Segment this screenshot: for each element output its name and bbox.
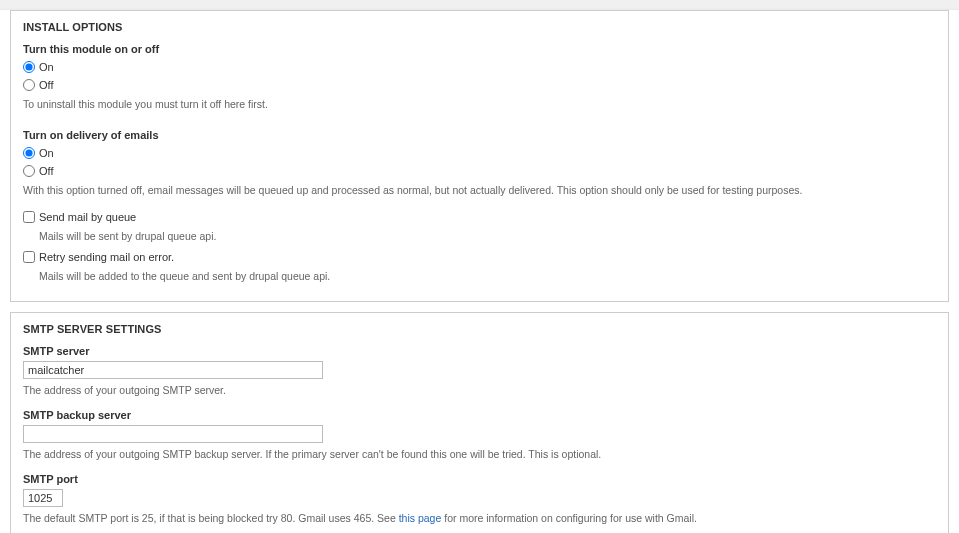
module-toggle-description: To uninstall this module you must turn i… xyxy=(23,97,936,111)
module-toggle-on-radio[interactable] xyxy=(23,61,35,73)
send-by-queue-label: Send mail by queue xyxy=(39,209,136,225)
delivery-toggle-off-label: Off xyxy=(39,163,53,179)
install-options-title: INSTALL OPTIONS xyxy=(23,21,936,33)
smtp-port-desc-post: for more information on configuring for … xyxy=(441,512,697,524)
smtp-server-settings-fieldset: SMTP SERVER SETTINGS SMTP server The add… xyxy=(10,312,949,533)
smtp-backup-description: The address of your outgoing SMTP backup… xyxy=(23,447,936,461)
smtp-port-group: SMTP port The default SMTP port is 25, i… xyxy=(23,473,936,525)
module-toggle-label: Turn this module on or off xyxy=(23,43,936,55)
smtp-backup-label: SMTP backup server xyxy=(23,409,936,421)
retry-on-error-checkbox[interactable] xyxy=(23,251,35,263)
retry-on-error-description: Mails will be added to the queue and sen… xyxy=(39,269,936,283)
module-toggle-off-label: Off xyxy=(39,77,53,93)
smtp-server-group: SMTP server The address of your outgoing… xyxy=(23,345,936,397)
send-by-queue-checkbox[interactable] xyxy=(23,211,35,223)
delivery-toggle-label: Turn on delivery of emails xyxy=(23,129,936,141)
delivery-toggle-group: Turn on delivery of emails On Off With t… xyxy=(23,129,936,197)
module-toggle-off-radio[interactable] xyxy=(23,79,35,91)
module-toggle-on-label: On xyxy=(39,59,54,75)
smtp-port-link[interactable]: this page xyxy=(399,512,442,524)
smtp-backup-group: SMTP backup server The address of your o… xyxy=(23,409,936,461)
smtp-port-label: SMTP port xyxy=(23,473,936,485)
smtp-backup-input[interactable] xyxy=(23,425,323,443)
delivery-toggle-on-radio[interactable] xyxy=(23,147,35,159)
smtp-server-settings-title: SMTP SERVER SETTINGS xyxy=(23,323,936,335)
delivery-toggle-on-label: On xyxy=(39,145,54,161)
smtp-server-input[interactable] xyxy=(23,361,323,379)
install-options-fieldset: INSTALL OPTIONS Turn this module on or o… xyxy=(10,10,949,302)
send-by-queue-description: Mails will be sent by drupal queue api. xyxy=(39,229,936,243)
smtp-port-description: The default SMTP port is 25, if that is … xyxy=(23,511,936,525)
smtp-port-desc-pre: The default SMTP port is 25, if that is … xyxy=(23,512,399,524)
smtp-server-label: SMTP server xyxy=(23,345,936,357)
delivery-toggle-off-radio[interactable] xyxy=(23,165,35,177)
smtp-server-description: The address of your outgoing SMTP server… xyxy=(23,383,936,397)
delivery-toggle-description: With this option turned off, email messa… xyxy=(23,183,936,197)
smtp-port-input[interactable] xyxy=(23,489,63,507)
module-toggle-group: Turn this module on or off On Off To uni… xyxy=(23,43,936,111)
retry-on-error-label: Retry sending mail on error. xyxy=(39,249,174,265)
